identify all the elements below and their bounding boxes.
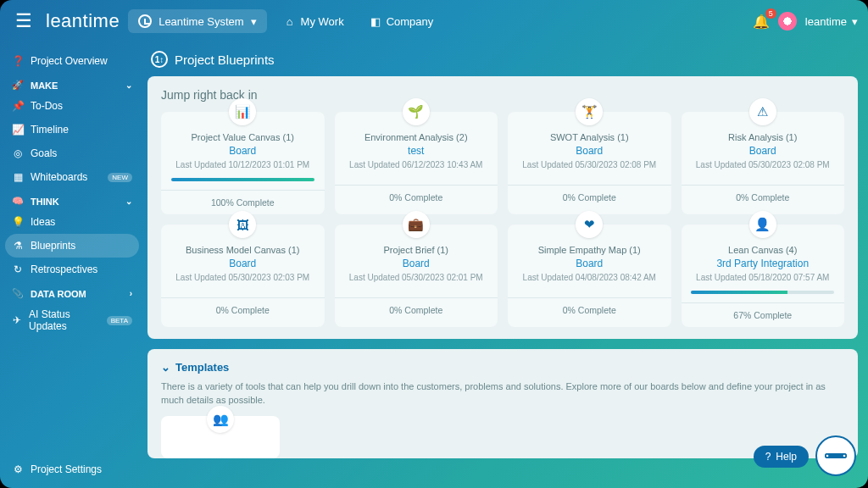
project-selector-label: Leantime System	[159, 15, 243, 28]
blueprint-card[interactable]: 👤Lean Canvas (4)3rd Party IntegrationLas…	[682, 225, 845, 327]
card-progress-label: 0% Complete	[335, 185, 498, 209]
question-icon: ?	[765, 451, 771, 463]
card-title: Simple Empathy Map (1)	[538, 245, 641, 255]
new-badge: NEW	[108, 173, 132, 182]
templates-panel: ⌄ Templates There is a variety of tools …	[147, 349, 858, 458]
board-icon: ▦	[12, 171, 24, 183]
nav-company[interactable]: ◧ Company	[361, 10, 442, 33]
blueprint-card[interactable]: 🌱Environment Analysis (2)testLast Update…	[335, 112, 498, 214]
card-title: Project Value Canvas (1)	[192, 132, 294, 142]
card-subtitle: test	[408, 145, 424, 157]
sidebar-item-whiteboards[interactable]: ▦ Whiteboards NEW	[0, 165, 144, 189]
card-type-icon: 🌱	[403, 98, 430, 125]
paperclip-icon: 📎	[12, 288, 24, 299]
jump-back-panel: Jump right back in 📊Project Value Canvas…	[147, 76, 858, 339]
chevron-down-icon: ⌄	[125, 80, 132, 90]
card-type-icon: ⚠	[749, 98, 776, 125]
card-updated: Last Updated 10/12/2023 01:01 PM	[175, 160, 309, 169]
chat-icon	[823, 450, 849, 462]
clock-icon	[138, 14, 152, 28]
card-progress-label: 0% Complete	[335, 297, 498, 322]
sidebar-item-blueprints[interactable]: ⚗ Blueprints	[5, 234, 139, 258]
brand-logo: leantime	[46, 10, 120, 32]
card-progress-label: 67% Complete	[682, 302, 845, 327]
templates-toggle[interactable]: ⌄ Templates	[161, 361, 844, 374]
home-icon: ⌂	[284, 15, 296, 28]
chevron-down-icon: ▾	[251, 15, 257, 28]
card-progress-label: 0% Complete	[508, 185, 671, 209]
template-card[interactable]: 👥	[161, 416, 280, 458]
send-icon: ✈	[12, 314, 22, 326]
menu-toggle-icon[interactable]: ☰	[10, 7, 37, 36]
card-updated: Last Updated 05/18/2020 07:57 AM	[696, 273, 829, 282]
jump-back-title: Jump right back in	[161, 88, 844, 102]
blueprint-card[interactable]: 📊Project Value Canvas (1)BoardLast Updat…	[161, 112, 325, 214]
chevron-down-icon: ⌄	[161, 361, 170, 374]
card-updated: Last Updated 04/08/2023 08:42 AM	[523, 273, 656, 282]
card-updated: Last Updated 05/30/2023 02:03 PM	[175, 273, 309, 282]
chevron-down-icon: ⌄	[125, 197, 132, 206]
topbar: ☰ leantime Leantime System ▾ ⌂ My Work ◧…	[0, 0, 868, 42]
user-menu[interactable]: leantime ▾	[805, 15, 858, 28]
bulb-icon: 💡	[12, 216, 24, 228]
card-progress-label: 0% Complete	[161, 297, 325, 322]
project-selector[interactable]: Leantime System ▾	[128, 9, 266, 33]
rocket-icon: 🚀	[12, 80, 24, 91]
pin-icon: 📌	[12, 100, 24, 112]
sidebar-item-goals[interactable]: ◎ Goals	[0, 141, 144, 165]
flask-icon: ⚗	[12, 240, 24, 252]
question-icon: ❓	[12, 55, 24, 67]
progress-bar	[171, 178, 314, 181]
card-subtitle: 3rd Party Integration	[716, 258, 809, 269]
svg-point-4	[843, 455, 846, 458]
sidebar-item-overview[interactable]: ❓ Project Overview	[0, 49, 144, 73]
brain-icon: 🧠	[12, 196, 24, 207]
sidebar-item-retros[interactable]: ↻ Retrospectives	[0, 258, 144, 281]
sidebar-section-data-room[interactable]: 📎 DATA ROOM ›	[0, 281, 144, 302]
sidebar-item-todos[interactable]: 📌 To-Dos	[0, 94, 144, 118]
blueprint-card[interactable]: ⚠Risk Analysis (1)BoardLast Updated 05/3…	[682, 112, 845, 214]
chevron-down-icon: ▾	[852, 15, 858, 28]
progress-bar	[691, 291, 834, 294]
nav-my-work[interactable]: ⌂ My Work	[275, 10, 353, 33]
card-updated: Last Updated 06/12/2023 10:43 AM	[349, 160, 482, 169]
main-content: 1↕ Project Blueprints Jump right back in…	[144, 42, 868, 488]
card-subtitle: Board	[229, 258, 256, 269]
gear-icon: ⚙	[12, 463, 24, 475]
notifications-button[interactable]: 🔔 5	[753, 14, 770, 30]
card-title: Business Model Canvas (1)	[186, 245, 300, 255]
blueprint-card[interactable]: 🖼Business Model Canvas (1)BoardLast Upda…	[161, 225, 325, 327]
card-updated: Last Updated 05/30/2023 02:01 PM	[349, 273, 483, 282]
card-updated: Last Updated 05/30/2023 02:08 PM	[696, 160, 830, 169]
target-icon: ◎	[12, 147, 24, 159]
chat-widget[interactable]	[815, 435, 856, 476]
sidebar-section-think[interactable]: 🧠 THINK ⌄	[0, 189, 144, 210]
blueprint-card[interactable]: 💼Project Brief (1)BoardLast Updated 05/3…	[335, 225, 498, 327]
templates-description: There is a variety of tools that can hel…	[161, 380, 844, 408]
card-title: Environment Analysis (2)	[364, 132, 468, 142]
card-updated: Last Updated 05/30/2023 02:08 PM	[522, 160, 656, 169]
bookmark-icon: ◧	[370, 15, 381, 28]
sidebar-section-make[interactable]: 🚀 MAKE ⌄	[0, 73, 144, 94]
card-title: Project Brief (1)	[384, 245, 448, 255]
card-subtitle: Board	[229, 145, 256, 157]
card-title: Risk Analysis (1)	[728, 132, 797, 142]
sidebar-item-ideas[interactable]: 💡 Ideas	[0, 210, 144, 234]
sidebar: ❓ Project Overview 🚀 MAKE ⌄ 📌 To-Dos 📈 T…	[0, 42, 144, 488]
card-type-icon: 💼	[403, 211, 430, 238]
blueprint-card[interactable]: 🏋SWOT Analysis (1)BoardLast Updated 05/3…	[508, 112, 671, 214]
blueprint-card[interactable]: ❤Simple Empathy Map (1)BoardLast Updated…	[508, 225, 671, 327]
avatar[interactable]	[778, 12, 797, 30]
card-progress-label: 0% Complete	[682, 185, 845, 209]
notifications-count: 5	[765, 8, 776, 19]
beta-badge: BETA	[107, 316, 132, 325]
sidebar-item-ai-status[interactable]: ✈ AI Status Updates BETA	[0, 302, 144, 338]
card-type-icon: 📊	[229, 98, 256, 125]
help-button[interactable]: ? Help	[754, 446, 809, 468]
sidebar-item-timeline[interactable]: 📈 Timeline	[0, 118, 144, 141]
chart-icon: 📈	[12, 124, 24, 136]
card-type-icon: ❤	[576, 211, 603, 238]
sidebar-item-settings[interactable]: ⚙ Project Settings	[0, 458, 144, 481]
blueprint-icon: 1↕	[151, 51, 168, 68]
card-type-icon: 🖼	[229, 211, 256, 238]
